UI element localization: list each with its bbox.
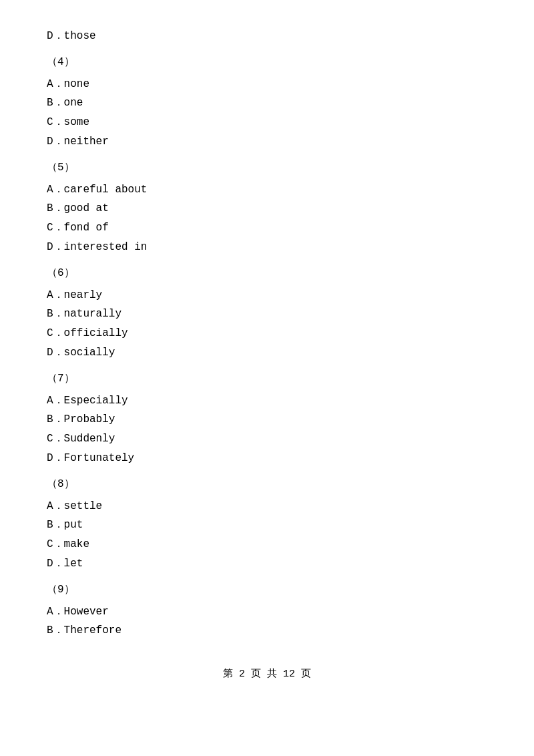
- page-footer: 第 2 页 共 12 页: [40, 667, 494, 680]
- option-6b: B．naturally: [47, 305, 494, 324]
- question-4-number: （4）: [47, 53, 494, 72]
- option-7a: A．Especially: [47, 391, 494, 411]
- option-5c: C．fond of: [47, 218, 494, 238]
- option-6a: A．nearly: [47, 286, 494, 305]
- question-9-number: （9）: [47, 580, 494, 600]
- option-4b: B．one: [47, 93, 494, 113]
- option-5a: A．careful about: [47, 180, 494, 200]
- option-8d: D．let: [47, 554, 494, 574]
- option-7b: B．Probably: [47, 410, 494, 429]
- option-9b: B．Therefore: [47, 621, 494, 640]
- question-6-number: （6）: [47, 264, 494, 283]
- option-8a: A．settle: [47, 497, 494, 516]
- question-8-number: （8）: [47, 475, 494, 494]
- option-9a: A．However: [47, 602, 494, 622]
- option-d-those: D．those: [47, 27, 494, 46]
- option-4c: C．some: [47, 113, 494, 132]
- option-4a: A．none: [47, 75, 494, 94]
- option-5d: D．interested in: [47, 238, 494, 257]
- option-4d: D．neither: [47, 132, 494, 152]
- option-7c: C．Suddenly: [47, 429, 494, 449]
- option-6c: C．officially: [47, 324, 494, 343]
- page-content: D．those （4） A．none B．one C．some D．neithe…: [40, 27, 494, 680]
- option-5b: B．good at: [47, 199, 494, 218]
- question-5-number: （5）: [47, 158, 494, 178]
- option-8c: C．make: [47, 535, 494, 554]
- question-7-number: （7）: [47, 369, 494, 389]
- option-6d: D．socially: [47, 343, 494, 363]
- option-8b: B．put: [47, 516, 494, 535]
- option-7d: D．Fortunately: [47, 449, 494, 468]
